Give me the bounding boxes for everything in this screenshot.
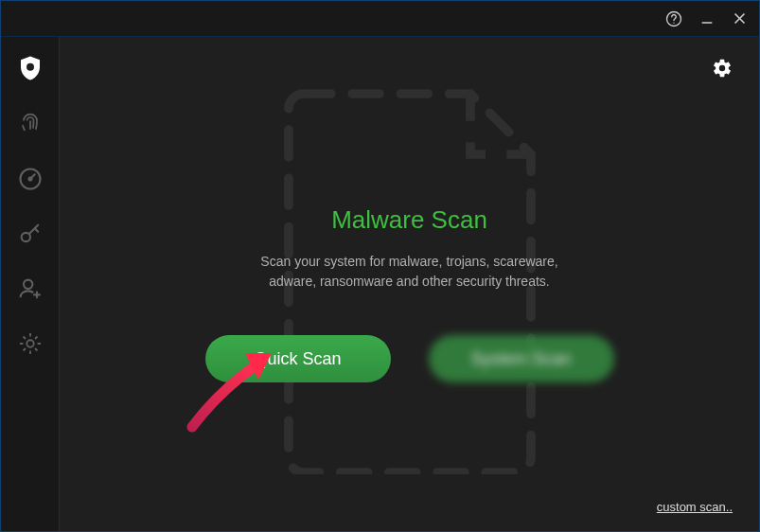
subtitle-line-1: Scan your system for malware, trojans, s…: [260, 254, 557, 269]
svg-point-1: [673, 22, 674, 23]
quick-scan-button[interactable]: Quick Scan: [205, 335, 391, 382]
fingerprint-icon[interactable]: [17, 111, 44, 137]
titlebar: [1, 1, 759, 37]
content-panel: Malware Scan Scan your system for malwar…: [60, 37, 759, 531]
scan-buttons: Quick Scan System Scan: [205, 335, 614, 382]
speedometer-icon[interactable]: [17, 166, 44, 192]
subtitle-line-2: adware, ransomware and other security th…: [269, 274, 549, 289]
svg-point-9: [24, 280, 32, 289]
shield-icon[interactable]: [16, 54, 44, 82]
minimize-icon[interactable]: [699, 11, 715, 27]
svg-point-5: [27, 63, 34, 71]
system-scan-button[interactable]: System Scan: [429, 335, 614, 382]
main-container: Malware Scan Scan your system for malwar…: [1, 37, 759, 531]
svg-point-7: [28, 177, 31, 180]
gear-icon[interactable]: [17, 330, 44, 357]
settings-gear-icon[interactable]: [712, 58, 733, 82]
help-icon[interactable]: [665, 10, 682, 27]
page-subtitle: Scan your system for malware, trojans, s…: [260, 252, 557, 292]
close-icon[interactable]: [732, 10, 748, 27]
page-title: Malware Scan: [331, 205, 487, 235]
sidebar: [1, 37, 60, 531]
key-icon[interactable]: [17, 221, 44, 247]
custom-scan-link[interactable]: custom scan..: [657, 500, 733, 514]
svg-point-10: [27, 340, 33, 346]
user-add-icon[interactable]: [17, 275, 44, 302]
